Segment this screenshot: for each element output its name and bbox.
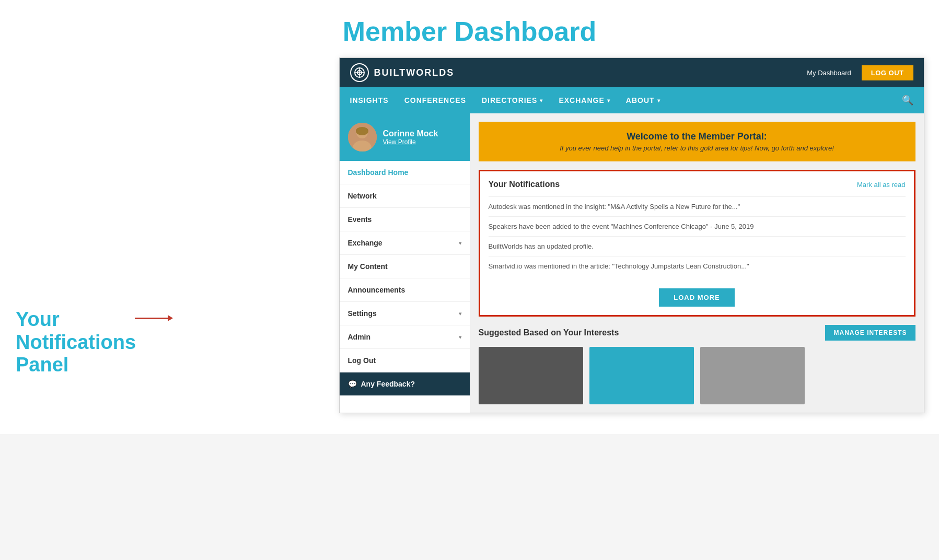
sidebar-item-exchange[interactable]: Exchange ▾ [340, 231, 470, 255]
profile-name: Corinne Mock [383, 129, 438, 138]
suggested-cards [479, 347, 915, 404]
search-icon[interactable]: 🔍 [902, 95, 913, 106]
top-nav-right: My Dashboard LOG OUT [807, 65, 913, 80]
admin-sidebar-arrow-icon: ▾ [459, 334, 461, 340]
profile-info: Corinne Mock View Profile [383, 129, 438, 146]
sidebar-nav: Dashboard Home Network Events Exchange ▾ [340, 161, 470, 395]
page-title: Member Dashboard [0, 16, 939, 47]
nav-item-directories[interactable]: DIRECTORIES ▾ [482, 89, 543, 112]
suggested-card-2[interactable] [589, 347, 694, 404]
sidebar-item-admin[interactable]: Admin ▾ [340, 325, 470, 349]
sidebar: Corinne Mock View Profile Dashboard Home… [340, 113, 470, 413]
manage-interests-button[interactable]: MANAGE INTERESTS [825, 325, 915, 341]
annotation-text: Your Notifications Panel [16, 308, 146, 377]
content-area: Corinne Mock View Profile Dashboard Home… [340, 113, 924, 413]
nav-item-exchange[interactable]: EXCHANGE ▾ [559, 89, 610, 112]
secondary-nav: INSIGHTS CONFERENCES DIRECTORIES ▾ EXCHA… [340, 87, 924, 113]
notification-item-4: Smartvid.io was mentioned in the article… [489, 256, 906, 276]
profile-section: Corinne Mock View Profile [340, 113, 470, 161]
suggested-header: Suggested Based on Your Interests MANAGE… [479, 325, 915, 341]
page-title-area: Member Dashboard [0, 0, 939, 57]
sidebar-item-logout[interactable]: Log Out [340, 349, 470, 372]
load-more-button[interactable]: LOAD MORE [659, 288, 734, 307]
welcome-banner: Welcome to the Member Portal: If you eve… [479, 122, 915, 161]
top-nav-bar: BUILTWORLDS My Dashboard LOG OUT [340, 58, 924, 87]
notifications-panel: Your Notifications Mark all as read Auto… [479, 170, 915, 317]
arrow-annotation [135, 318, 169, 319]
main-content: Welcome to the Member Portal: If you eve… [470, 113, 924, 413]
sidebar-item-my-content[interactable]: My Content [340, 255, 470, 278]
suggested-card-1[interactable] [479, 347, 583, 404]
directories-arrow-icon: ▾ [540, 98, 543, 103]
svg-point-7 [356, 127, 368, 135]
about-arrow-icon: ▾ [657, 98, 660, 103]
browser-window: BUILTWORLDS My Dashboard LOG OUT INSIGHT… [339, 57, 924, 413]
notifications-title: Your Notifications [489, 180, 560, 189]
load-more-area: LOAD MORE [489, 284, 906, 307]
nav-item-conferences[interactable]: CONFERENCES [404, 89, 466, 112]
feedback-item[interactable]: 💬 Any Feedback? [340, 372, 470, 395]
settings-sidebar-arrow-icon: ▾ [459, 311, 461, 317]
exchange-arrow-icon: ▾ [607, 98, 610, 103]
chat-icon: 💬 [348, 380, 357, 388]
welcome-title: Welcome to the Member Portal: [491, 131, 903, 142]
welcome-subtitle: If you ever need help in the portal, ref… [491, 144, 903, 152]
nav-item-insights[interactable]: INSIGHTS [350, 89, 389, 112]
logout-button[interactable]: LOG OUT [862, 65, 913, 80]
logo-icon [350, 63, 369, 82]
logo-area: BUILTWORLDS [350, 63, 455, 82]
nav-item-about[interactable]: ABOUT ▾ [626, 89, 660, 112]
sidebar-item-announcements[interactable]: Announcements [340, 278, 470, 302]
notifications-header: Your Notifications Mark all as read [489, 180, 906, 189]
notification-item-3: BuiltWorlds has an updated profile. [489, 236, 906, 256]
notification-item-2: Speakers have been added to the event "M… [489, 216, 906, 236]
logo-text: BUILTWORLDS [374, 67, 455, 78]
suggested-title: Suggested Based on Your Interests [479, 328, 619, 337]
exchange-sidebar-arrow-icon: ▾ [459, 240, 461, 246]
my-dashboard-link[interactable]: My Dashboard [807, 69, 851, 77]
view-profile-link[interactable]: View Profile [383, 138, 438, 146]
sidebar-item-dashboard-home[interactable]: Dashboard Home [340, 161, 470, 184]
mark-all-read-link[interactable]: Mark all as read [857, 181, 905, 189]
avatar [348, 123, 377, 151]
sidebar-item-network[interactable]: Network [340, 184, 470, 208]
suggested-card-3[interactable] [700, 347, 805, 404]
suggested-section: Suggested Based on Your Interests MANAGE… [479, 325, 915, 404]
notification-item-1: Autodesk was mentioned in the insight: "… [489, 196, 906, 216]
sidebar-item-settings[interactable]: Settings ▾ [340, 302, 470, 325]
sidebar-item-events[interactable]: Events [340, 208, 470, 231]
annotation-area: Your Notifications Panel [16, 308, 146, 377]
